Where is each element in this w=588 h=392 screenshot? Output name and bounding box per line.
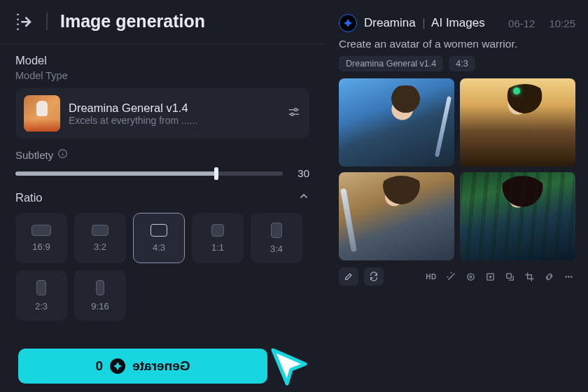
ratio-shape-icon: [271, 223, 282, 238]
model-selector[interactable]: Dreamina General v1.4 Excels at everythi…: [15, 88, 309, 139]
link-icon[interactable]: [542, 270, 556, 284]
ratio-option-9-16[interactable]: 9:16: [74, 270, 126, 321]
generated-image[interactable]: [339, 78, 454, 167]
ratio-shape-icon: [31, 225, 51, 236]
generate-button[interactable]: Generate 0: [18, 349, 267, 384]
regenerate-icon[interactable]: [364, 267, 384, 286]
cursor-pointer-icon: [265, 342, 314, 391]
model-section-label: Model: [15, 54, 309, 67]
brand-name: Dreamina | AI Images: [364, 16, 485, 30]
ratio-option-3-4[interactable]: 3:4: [251, 213, 302, 263]
svg-point-5: [295, 108, 298, 111]
info-icon[interactable]: [57, 148, 68, 162]
ratio-shape-icon: [36, 280, 46, 295]
generation-time: 10:25: [549, 18, 575, 29]
subtlety-slider[interactable]: 30: [15, 167, 309, 179]
ratio-title: Ratio: [15, 191, 43, 204]
magic-wand-icon[interactable]: [444, 270, 458, 284]
chevron-up-icon: [298, 190, 309, 204]
ratio-shape-icon: [211, 224, 224, 237]
crop-icon[interactable]: [522, 270, 536, 284]
model-thumbnail: [24, 95, 60, 132]
prompt-text: Create an avatar of a women warrior.: [339, 38, 575, 50]
retouch-icon[interactable]: [463, 270, 477, 284]
settings-panel: Image generation Model Model Type Dreami…: [0, 0, 325, 392]
model-type-label: Model Type: [15, 70, 309, 81]
meta-tag: 4:3: [449, 56, 475, 71]
ratio-option-4-3[interactable]: 4:3: [133, 213, 185, 263]
svg-point-7: [291, 113, 294, 116]
ratio-label: 9:16: [91, 301, 108, 312]
more-icon[interactable]: [561, 270, 575, 284]
ratio-label: 3:4: [270, 244, 283, 254]
page-title: Image generation: [46, 13, 205, 30]
ratio-shape-icon: [150, 224, 167, 237]
ratio-shape-icon: [96, 280, 104, 295]
svg-point-16: [568, 276, 569, 277]
svg-point-17: [570, 276, 572, 277]
ratio-label: 16:9: [32, 241, 50, 252]
svg-point-10: [62, 151, 63, 152]
generated-image[interactable]: [339, 172, 454, 260]
svg-point-11: [467, 273, 473, 279]
ratio-label: 4:3: [153, 242, 165, 253]
generated-image[interactable]: [460, 78, 575, 167]
ratio-section-toggle[interactable]: Ratio: [15, 190, 309, 204]
slider-thumb[interactable]: [214, 167, 218, 180]
svg-point-12: [470, 276, 472, 278]
model-name: Dreamina General v1.4: [69, 102, 279, 115]
ratio-label: 3:2: [94, 241, 106, 252]
credit-icon: [110, 358, 125, 374]
edit-icon[interactable]: [339, 267, 358, 286]
panel-toggle-icon[interactable]: [15, 11, 35, 31]
results-panel: Dreamina | AI Images 06-12 10:25 Create …: [325, 0, 588, 392]
brand-logo-icon: [339, 14, 357, 32]
svg-rect-14: [506, 273, 511, 278]
generate-label: Generate: [132, 358, 190, 374]
svg-point-15: [565, 276, 566, 277]
subtlety-value: 30: [293, 167, 309, 179]
meta-tag: Dreamina General v1.4: [339, 56, 443, 71]
generate-cost: 0: [96, 358, 104, 374]
layers-icon[interactable]: [503, 270, 517, 284]
generated-image[interactable]: [460, 172, 575, 260]
model-description: Excels at everything from ......: [69, 115, 279, 126]
expand-icon[interactable]: [483, 270, 497, 284]
generation-date: 06-12: [508, 18, 535, 29]
ratio-label: 1:1: [211, 242, 224, 253]
subtlety-label: Subtlety: [15, 149, 53, 161]
ratio-option-3-2[interactable]: 3:2: [74, 213, 126, 263]
header: Image generation: [0, 0, 325, 44]
ratio-option-16-9[interactable]: 16:9: [15, 213, 67, 263]
ratio-shape-icon: [92, 225, 108, 236]
hd-icon[interactable]: HD: [424, 270, 438, 284]
ratio-option-2-3[interactable]: 2:3: [15, 270, 67, 321]
sliders-icon[interactable]: [287, 105, 301, 122]
ratio-option-1-1[interactable]: 1:1: [192, 213, 244, 263]
ratio-label: 2:3: [35, 301, 48, 312]
